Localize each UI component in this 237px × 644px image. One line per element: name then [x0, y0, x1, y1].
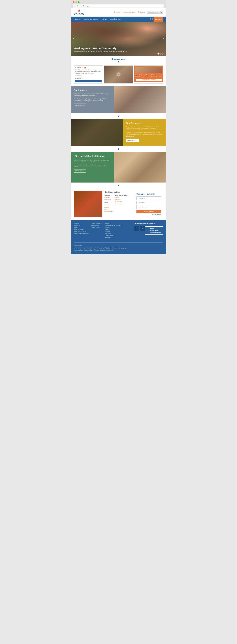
- community-edinburgh[interactable]: Edinburgh: [104, 198, 113, 201]
- site-footer: About Us What we do: History Global Comm…: [71, 220, 166, 254]
- forward-icon[interactable]: ›: [75, 5, 76, 7]
- down-arrow-divider-3: ▼: [71, 182, 166, 188]
- donate-card-content: Donate to our Jubilee Fund Find out how …: [134, 66, 163, 82]
- footer-contact[interactable]: Contact L'Arche: [91, 226, 102, 228]
- twitter-icon[interactable]: 𝕏: [152, 18, 154, 20]
- social-card: ⛵ L'Arche UK #1 We celebrate our shared …: [74, 66, 103, 84]
- footer-donate[interactable]: Donate: [105, 228, 121, 230]
- nav-items: About Us Choose Your Support Join us Som…: [74, 18, 150, 20]
- high-contrast-link[interactable]: ◑ HIGH CONTRAST: [122, 11, 136, 13]
- url-field[interactable]: larche.org.uk: [80, 4, 163, 7]
- legal-line1: L'Arche is a company limited by guarante…: [74, 246, 163, 248]
- legal-line2: L'Arche is registered as a charity in En…: [74, 248, 163, 250]
- footer-col-1: About Us What we do: History Global Comm…: [74, 222, 89, 238]
- community-london[interactable]: London: [104, 206, 113, 208]
- signup-button[interactable]: SIGN UP NOW: [136, 210, 161, 213]
- facebook-icon[interactable]: f: [150, 18, 151, 20]
- nav-else[interactable]: Something Else: [110, 18, 121, 20]
- video-card[interactable]: ▶: [104, 66, 133, 84]
- discover-title[interactable]: Discover More: [74, 58, 163, 60]
- hero-next-button[interactable]: ›: [162, 36, 165, 42]
- jubilee-body: Summer 2014 sees L'Arche UK celebrate it…: [74, 159, 111, 163]
- footer-fundraise[interactable]: Fundraise: [105, 230, 121, 232]
- communities-title: Our Communities: [104, 191, 133, 193]
- donate-card-title: Donate to our Jubilee Fund: [135, 74, 162, 76]
- community-cornerstone[interactable]: Cornerstone: [115, 203, 127, 205]
- footer-history[interactable]: History: [74, 226, 89, 228]
- footer-twitter-icon[interactable]: 𝕏: [140, 226, 145, 231]
- community-liverpool[interactable]: Liverpool: [115, 198, 127, 201]
- footer-resources[interactable]: Resources: [105, 236, 121, 238]
- maximize-button[interactable]: [78, 1, 80, 3]
- services-para2: We foster mutual relationships, celebrat…: [126, 131, 163, 137]
- login-link[interactable]: 👤 LOGIN: [138, 11, 145, 13]
- community-inverness[interactable]: Inverness: [104, 196, 113, 199]
- jubilee-link[interactable]: View our celebration plans and discover …: [74, 164, 111, 167]
- services-image: [71, 119, 123, 146]
- jubilee-read-more-button[interactable]: READ MORE...: [74, 169, 86, 172]
- footer-where[interactable]: Where we are in the UK: [74, 230, 89, 232]
- cards-row: ⛵ L'Arche UK #1 We celebrate our shared …: [71, 66, 166, 86]
- footer-social-row: f 𝕏 ✓ FRSB FundRaising Standards Board: [134, 226, 163, 235]
- donate-card: Donate to our Jubilee Fund Find out how …: [134, 66, 163, 84]
- community-manchester[interactable]: Manchester: [115, 201, 127, 203]
- scotland-heading: Scotland: [104, 194, 113, 196]
- logo[interactable]: ⛵ L'ARCHE: [74, 9, 84, 15]
- services-learn-more-button[interactable]: LEARN MORE...: [126, 139, 139, 142]
- footer-leadership[interactable]: Leadership and governance: [74, 232, 89, 234]
- email-input[interactable]: [136, 205, 161, 209]
- social-retweet: ↺ Retweeted: [75, 80, 102, 82]
- footer-col-3: Join Us Work and live in the community V…: [105, 222, 121, 238]
- footer-facebook-icon[interactable]: f: [134, 226, 139, 231]
- community-preston[interactable]: Preston: [115, 196, 127, 199]
- minimize-button[interactable]: [75, 1, 77, 3]
- reload-icon[interactable]: ↻: [77, 5, 79, 7]
- footer-volunteer[interactable]: Volunteer: [105, 226, 121, 228]
- search-bar[interactable]: Search L'Arche... 🔍: [147, 11, 163, 14]
- communities-image: [74, 191, 102, 217]
- impact-section: Our Impacts At L'Arche, we nurture commu…: [71, 86, 166, 114]
- nav-about[interactable]: About Us: [74, 18, 81, 20]
- hero-prev-button[interactable]: ‹: [72, 36, 75, 42]
- privacy-link[interactable]: Privacy Statement: [136, 214, 161, 215]
- hero-dot-2[interactable]: [160, 52, 161, 54]
- services-title: Our Services: [126, 122, 163, 124]
- footer-around-uk[interactable]: Around the UK: [91, 224, 102, 226]
- footer-global[interactable]: Global Community: [74, 228, 89, 230]
- hero-dot-1[interactable]: [157, 52, 159, 54]
- zoom-link[interactable]: 🔍 ZOOM: [114, 11, 120, 13]
- impact-para1: At L'Arche, we nurture communities of fa…: [74, 93, 111, 97]
- footer-what-we-do[interactable]: What we do:: [74, 224, 89, 226]
- nav-support[interactable]: Choose Your Support: [83, 18, 99, 20]
- down-arrow-divider-1: ▼: [71, 114, 166, 119]
- footer-play[interactable]: Play with us: [105, 232, 121, 234]
- social-footer-header: ⛵ L'Arche UK: [75, 77, 102, 79]
- footer-legacy[interactable]: Leave a legacy: [105, 234, 121, 236]
- community-kent[interactable]: Kent: [104, 208, 113, 211]
- last-name-input[interactable]: [136, 201, 161, 204]
- footer-legal: © 2014 L'Arche L'Arche is a company limi…: [74, 242, 163, 252]
- back-icon[interactable]: ‹: [74, 5, 75, 7]
- close-button[interactable]: [73, 1, 74, 3]
- social-header: ⛵ L'Arche UK #1: [75, 66, 102, 68]
- hero-dots: [158, 53, 163, 54]
- footer-choose-support[interactable]: Choose your support: [91, 222, 102, 224]
- services-para1: People with and without intellectual dis…: [126, 126, 163, 130]
- community-ipswich[interactable]: Ipswich: [104, 204, 113, 206]
- footer-work[interactable]: Work and live in the community: [105, 224, 121, 226]
- community-bognor[interactable]: Bognor Regis: [104, 211, 113, 213]
- footer-about[interactable]: About Us: [74, 222, 89, 224]
- footer-join[interactable]: Join Us: [105, 222, 121, 224]
- impact-read-more-button[interactable]: READ MORE...: [74, 104, 86, 107]
- donate-cta-button[interactable]: GET INVOLVED, DONATE: [135, 78, 162, 81]
- social-text: We celebrate our shared life: we eat tog…: [75, 69, 102, 74]
- communities-info: Our Communities Scotland Inverness Edinb…: [102, 191, 135, 217]
- hero-dot-3[interactable]: [162, 52, 163, 54]
- browser-address-bar[interactable]: ‹ › ↻ larche.org.uk: [73, 4, 164, 8]
- donate-button[interactable]: DONATE: [154, 16, 163, 22]
- discover-section: Discover More ▼: [71, 56, 166, 66]
- social-date: 7 April at 10:00: [75, 75, 102, 76]
- nav-join[interactable]: Join us: [101, 18, 107, 20]
- first-name-input[interactable]: [136, 196, 161, 200]
- larche-logo-small: ⛵: [75, 66, 77, 68]
